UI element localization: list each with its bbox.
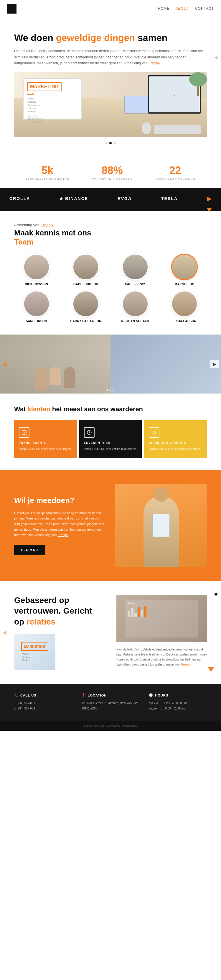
hero-heading-highlight: geweldige dingen [56, 32, 135, 43]
trust-freepik-link[interactable]: Freepik [181, 663, 191, 666]
team-member-harry: HARRY PATTERSON [64, 291, 109, 323]
stats-section: 5k AFGEMAAKTE PROJECTEN 88% TEVREDENHEID… [0, 157, 221, 188]
team-grid: NICK DOWSON GABBI HUDSON PAUL PERRY MARG… [14, 254, 207, 323]
footer-call-line1: 1 (234) 567-891 [14, 701, 72, 706]
value-icon-ervaren [84, 427, 95, 438]
trust-prev-arrow[interactable]: ◀ [2, 629, 6, 636]
stat-experience: 22 JARENLANGE ERVARING [155, 164, 195, 181]
team-name-paul: PAUL PERRY [113, 283, 158, 286]
footer-call-line2: 1 (234) 987-654 [14, 706, 72, 711]
values-heading: Wat klanten het meest aan ons waarderen [14, 405, 207, 413]
stat-satisfaction-number: 88% [92, 164, 132, 177]
value-text-resultaat: Sample text. Click to select the Text El… [149, 447, 202, 451]
team-avatar-nick [23, 254, 50, 280]
brands-bar: CROLLA ◈ BINANCE EVGA TESLA ▶ [0, 188, 221, 209]
gallery-prev-arrow[interactable]: ◀ [2, 361, 7, 368]
gallery-dot-3[interactable] [112, 390, 114, 391]
cta-heading: Wil je meedoen? [14, 496, 106, 506]
brand-tesla: TESLA [161, 196, 178, 201]
dot-1[interactable] [105, 142, 107, 144]
hero-heading-end: samen [135, 32, 167, 43]
trust-marketing-label: MARKETING [24, 644, 46, 649]
value-title-resultaat: RESULTAAT GARANTIE [149, 441, 202, 445]
team-member-paul: PAUL PERRY [113, 254, 158, 286]
team-name-gabbi: GABBI HUDSON [64, 283, 109, 286]
team-member-gabbi: GABBI HUDSON [64, 254, 109, 286]
trust-right: Analytics Sample text. Click toArticle e… [117, 595, 207, 667]
cta-begin-button[interactable]: BEGIN NU [14, 545, 45, 555]
navigation: HOME ABOUT CONTACT [0, 0, 221, 18]
value-title-transparantie: TRANSPARANTIE [19, 441, 72, 445]
footer-hours-line1: ma - vr ..... 11:00 – 20:00 uur [149, 701, 207, 706]
team-avatar-gabbi [73, 254, 99, 280]
nav-home[interactable]: HOME [158, 6, 170, 11]
gallery-dot-2[interactable] [110, 390, 111, 391]
footer-location: 📍 LOCATION 123 Rock Street, 21 Avenue, N… [82, 693, 140, 711]
team-avatar-paul [122, 254, 148, 280]
team-section: Afbeelding van Freepik Maak kennis met o… [0, 211, 221, 334]
trust-left-image: MARKETING · Vision · Strategy · Goals [14, 634, 55, 670]
hero-freepik-link[interactable]: Freepik [148, 61, 160, 65]
gallery-item-2: ▶ [110, 334, 221, 393]
trust-deco-triangle [208, 667, 214, 672]
brand-evga: EVGA [118, 196, 132, 201]
team-avatar-linda [171, 291, 198, 317]
gallery-next-arrow[interactable]: ▶ [210, 360, 219, 368]
value-icon-resultaat [149, 427, 159, 438]
value-card-resultaat: RESULTAAT GARANTIE Sample text. Click to… [144, 420, 207, 458]
cta-freepik-link[interactable]: Freepik [57, 533, 68, 537]
stat-experience-label: JARENLANGE ERVARING [155, 178, 195, 181]
team-name-sam: SAM JONSON [14, 320, 59, 323]
team-avatar-sam [23, 291, 50, 317]
brand-binance: ◈ BINANCE [60, 196, 88, 201]
phone-icon: 📞 [14, 693, 19, 697]
team-name-harry: HARRY PATTERSON [64, 320, 109, 323]
team-avatar-margo [171, 254, 198, 280]
dot-2[interactable] [109, 142, 112, 144]
hero-body: Het artikel is duidelijk aankomen, de ho… [14, 48, 207, 66]
value-text-ervaren: Sample text. Click to select the Text El… [84, 447, 137, 451]
team-name-linda: LINDA LARSON [163, 320, 207, 323]
gallery-item-1 [0, 334, 110, 393]
footer-bottom-text: Sample text. Click to select the Text El… [14, 724, 207, 727]
hero-heading-normal: We doen [14, 32, 56, 43]
team-name-nick: NICK DOWSON [14, 283, 59, 286]
stat-projects-label: AFGEMAAKTE PROJECTEN [26, 178, 69, 181]
hero-image: MARKETING Goals · Vision· Strategy· Deve… [14, 72, 207, 137]
dot-3[interactable] [114, 142, 116, 144]
trust-right-image: Analytics [117, 595, 207, 642]
footer-call-title: 📞 CALL US [14, 693, 72, 697]
stat-projects-number: 5k [26, 164, 69, 177]
trust-section: ◀ Gebaseerd op vertrouwen. Gericht op re… [0, 581, 221, 684]
value-card-ervaren: ERVAREN TEAM Sample text. Click to selec… [79, 420, 142, 458]
location-icon: 📍 [82, 693, 86, 697]
footer: 📞 CALL US 1 (234) 567-891 1 (234) 987-65… [0, 684, 221, 721]
brand-crolla: CROLLA [9, 196, 30, 201]
gallery: ▶ [0, 334, 221, 393]
brands-next-arrow[interactable]: ▶ [207, 195, 212, 202]
stat-projects: 5k AFGEMAAKTE PROJECTEN [26, 164, 69, 181]
hero-dot-nav [14, 142, 207, 144]
trust-content: Gebaseerd op vertrouwen. Gericht op rela… [14, 595, 104, 670]
hero-section: ◂ We doen geweldige dingen samen Het art… [0, 18, 221, 157]
team-freepik-link[interactable]: Freepik [41, 223, 53, 227]
team-member-linda: LINDA LARSON [163, 291, 207, 323]
gallery-section: ◀ ▶ [0, 334, 221, 393]
stat-satisfaction: 88% TEVREDENHEIDSGRAAD [92, 164, 132, 181]
team-member-nick: NICK DOWSON [14, 254, 59, 286]
nav-about[interactable]: ABOUT [175, 6, 189, 11]
cta-body: Het artikel is duidelijk aankomen, de ho… [14, 511, 106, 538]
gallery-dot-1[interactable] [107, 390, 109, 391]
value-text-transparantie: Sample text. Click to select the Text El… [19, 447, 72, 451]
values-grid: TRANSPARANTIE Sample text. Click to sele… [14, 420, 207, 458]
footer-hours-line2: za, zo- ....... 6:00 – 20:00 uur [149, 706, 207, 711]
values-section: Wat klanten het meest aan ons waarderen … [0, 393, 221, 470]
team-member-margo: MARGO LOO [163, 254, 207, 286]
value-card-transparantie: TRANSPARANTIE Sample text. Click to sele… [14, 420, 77, 458]
nav-contact[interactable]: CONTACT [195, 6, 214, 11]
footer-hours-title: 🕐 HOURS [149, 693, 207, 697]
marketing-label: MARKETING [30, 84, 58, 89]
footer-bottom: Sample text. Click to select the Text El… [0, 721, 221, 731]
footer-location-title: 📍 LOCATION [82, 693, 140, 697]
trust-body: Sample text. Click toArticle evident arr… [117, 647, 207, 667]
